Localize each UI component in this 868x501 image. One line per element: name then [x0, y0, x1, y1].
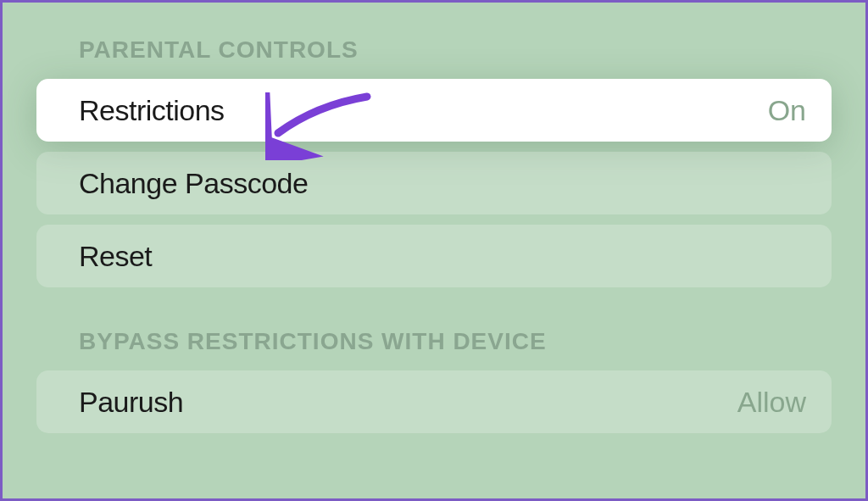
reset-row[interactable]: Reset: [36, 225, 832, 287]
section-header-bypass: BYPASS RESTRICTIONS WITH DEVICE: [79, 328, 832, 355]
bypass-device-label: Paurush: [79, 386, 183, 419]
restrictions-value: On: [768, 94, 806, 127]
section-header-parental-controls: PARENTAL CONTROLS: [79, 36, 832, 64]
restrictions-row[interactable]: Restrictions On: [36, 79, 832, 142]
bypass-device-value: Allow: [737, 386, 806, 419]
reset-label: Reset: [79, 240, 152, 273]
restrictions-label: Restrictions: [79, 94, 225, 127]
bypass-group: Paurush Allow: [36, 370, 832, 433]
change-passcode-row[interactable]: Change Passcode: [36, 152, 832, 214]
bypass-device-row[interactable]: Paurush Allow: [36, 370, 832, 433]
change-passcode-label: Change Passcode: [79, 167, 308, 200]
parental-controls-group: Restrictions On Change Passcode Reset: [36, 79, 832, 287]
